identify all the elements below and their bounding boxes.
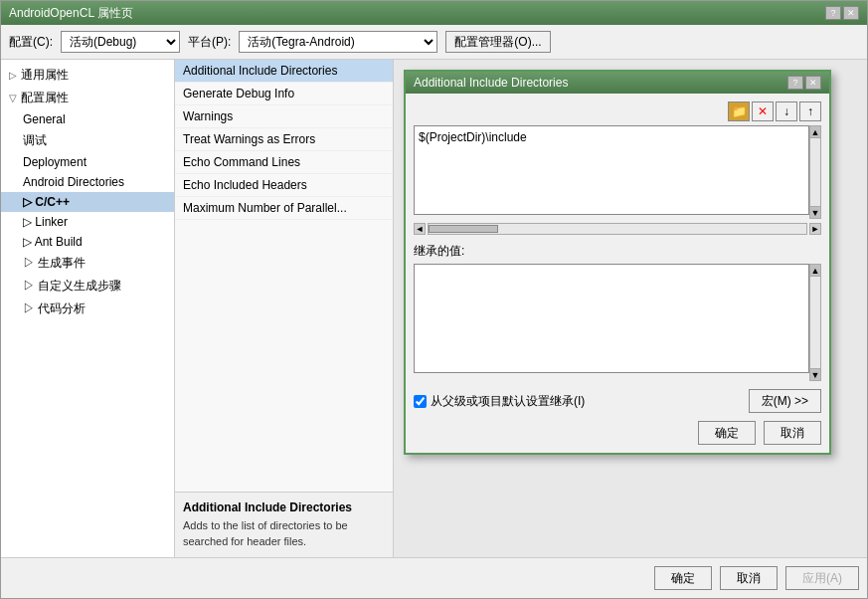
middle-item-echo-command[interactable]: Echo Command Lines	[175, 151, 393, 174]
middle-item-additional-include[interactable]: Additional Include Directories	[175, 60, 393, 83]
listbox-value: $(ProjectDir)\include	[419, 130, 527, 144]
sidebar-item-android-dirs[interactable]: Android Directories	[1, 172, 174, 192]
hscroll-thumb	[429, 225, 498, 233]
middle-item-generate-debug[interactable]: Generate Debug Info	[175, 83, 393, 105]
close-title-btn[interactable]: ✕	[843, 6, 859, 20]
sidebar-item-cpp[interactable]: ▷ C/C++	[1, 192, 174, 212]
dialog-title: Additional Include Directories	[414, 76, 568, 90]
middle-item-treat-warnings[interactable]: Treat Warnings as Errors	[175, 128, 393, 151]
expand-icon-ant: ▷	[23, 235, 35, 249]
dialog-title-btns: ? ✕	[787, 76, 821, 90]
expand-icon-cpp: ▷	[23, 195, 35, 209]
sidebar-group-config: ▽ 配置属性 General 调试 Deployment Android Dir…	[1, 87, 174, 320]
inherited-scroll-up[interactable]: ▲	[810, 265, 820, 277]
vscrollbar[interactable]: ▲ ▼	[809, 125, 821, 219]
middle-footer: Additional Include Directories Adds to t…	[175, 492, 393, 557]
window-title: AndroidOpenCL 属性页	[9, 5, 133, 22]
middle-item-echo-headers[interactable]: Echo Included Headers	[175, 174, 393, 197]
scroll-up-btn[interactable]: ▲	[810, 126, 820, 138]
listbox-container: $(ProjectDir)\include ▲ ▼	[414, 125, 821, 219]
macro-btn[interactable]: 宏(M) >>	[749, 389, 821, 413]
footer-desc: Adds to the list of directories to be se…	[183, 518, 385, 549]
sidebar-item-general-props[interactable]: ▷ 通用属性	[1, 64, 174, 87]
expand-icon-custom: ▷	[23, 279, 38, 293]
dialog-bottom-right: 确定 取消	[698, 421, 821, 445]
footer-title: Additional Include Directories	[183, 500, 385, 514]
dialog-help-btn[interactable]: ?	[787, 76, 803, 90]
checkbox-container: 从父级或项目默认设置继承(I)	[414, 393, 585, 410]
inherit-checkbox[interactable]	[414, 395, 427, 408]
listbox[interactable]: $(ProjectDir)\include	[414, 125, 809, 215]
hscrollbar-row: ◄ ►	[414, 223, 821, 235]
hscroll-left-btn[interactable]: ◄	[414, 223, 426, 235]
expand-icon-gen: ▷	[23, 256, 38, 270]
bottom-bar: 确定 取消 应用(A)	[1, 557, 867, 598]
hscrollbar[interactable]	[428, 223, 807, 235]
dialog-titlebar: Additional Include Directories ? ✕	[406, 72, 829, 94]
middle-panel: Additional Include Directories Generate …	[175, 60, 394, 557]
folder-btn[interactable]: 📁	[728, 101, 750, 121]
sidebar-item-custom-steps[interactable]: ▷ 自定义生成步骤	[1, 275, 174, 298]
inherited-row: ▲ ▼	[414, 264, 821, 381]
expand-icon-config: ▽	[9, 93, 17, 103]
dialog: Additional Include Directories ? ✕ 📁 ✕ ↓	[404, 70, 831, 455]
main-window: AndroidOpenCL 属性页 ? ✕ 配置(C): 活动(Debug) 平…	[0, 0, 868, 599]
inherited-box[interactable]	[414, 264, 809, 373]
dialog-bottom: 确定 取消	[414, 421, 821, 445]
sidebar-item-code-analysis[interactable]: ▷ 代码分析	[1, 298, 174, 320]
dialog-close-btn[interactable]: ✕	[805, 76, 821, 90]
expand-icon: ▷	[9, 70, 17, 81]
cancel-btn[interactable]: 取消	[720, 566, 778, 590]
right-panel: Additional Include Directories ? ✕ 📁 ✕ ↓	[394, 60, 867, 557]
sidebar-label-config-props: 配置属性	[21, 90, 69, 106]
sidebar-item-deployment[interactable]: Deployment	[1, 152, 174, 172]
scroll-down-btn[interactable]: ▼	[810, 206, 820, 218]
checkbox-macro-row: 从父级或项目默认设置继承(I) 宏(M) >>	[414, 389, 821, 413]
middle-item-max-parallel[interactable]: Maximum Number of Parallel...	[175, 197, 393, 220]
inherited-scroll-down[interactable]: ▼	[810, 368, 820, 380]
expand-icon-code: ▷	[23, 301, 38, 315]
platform-select[interactable]: 活动(Tegra-Android)	[239, 31, 437, 53]
dialog-ok-btn[interactable]: 确定	[698, 421, 756, 445]
sidebar-item-debug[interactable]: 调试	[1, 129, 174, 152]
title-bar: AndroidOpenCL 属性页 ? ✕	[1, 1, 867, 25]
title-bar-buttons: ? ✕	[825, 6, 859, 20]
dialog-toolbar: 📁 ✕ ↓ ↑	[414, 101, 821, 121]
inherited-vscrollbar[interactable]: ▲ ▼	[809, 264, 821, 381]
expand-icon-linker: ▷	[23, 215, 35, 229]
config-row: 配置(C): 活动(Debug) 平台(P): 活动(Tegra-Android…	[1, 25, 867, 60]
config-select[interactable]: 活动(Debug)	[61, 31, 180, 53]
up-btn[interactable]: ↑	[799, 101, 821, 121]
middle-list: Additional Include Directories Generate …	[175, 60, 393, 492]
middle-item-warnings[interactable]: Warnings	[175, 105, 393, 128]
sidebar-item-config-props[interactable]: ▽ 配置属性	[1, 87, 174, 109]
main-content: ▷ 通用属性 ▽ 配置属性 General 调试 Deployment Andr…	[1, 60, 867, 557]
platform-label: 平台(P):	[188, 34, 231, 51]
config-label: 配置(C):	[9, 34, 53, 51]
inherited-label: 继承的值:	[414, 243, 821, 260]
inherited-box-container: ▲ ▼	[414, 264, 821, 381]
delete-btn[interactable]: ✕	[752, 101, 774, 121]
dialog-cancel-btn[interactable]: 取消	[764, 421, 821, 445]
apply-btn[interactable]: 应用(A)	[785, 566, 859, 590]
dialog-overlay: Additional Include Directories ? ✕ 📁 ✕ ↓	[394, 60, 867, 557]
sidebar-item-general[interactable]: General	[1, 109, 174, 129]
sidebar: ▷ 通用属性 ▽ 配置属性 General 调试 Deployment Andr…	[1, 60, 175, 557]
checkbox-label: 从父级或项目默认设置继承(I)	[431, 393, 585, 410]
manager-btn[interactable]: 配置管理器(O)...	[445, 31, 550, 53]
sidebar-label-general-props: 通用属性	[21, 67, 69, 84]
sidebar-item-ant-build[interactable]: ▷ Ant Build	[1, 232, 174, 252]
dialog-content: 📁 ✕ ↓ ↑ $(ProjectDir)\include ▲	[406, 94, 829, 453]
ok-btn[interactable]: 确定	[654, 566, 712, 590]
hscroll-right-btn[interactable]: ►	[809, 223, 821, 235]
sidebar-item-gen-events[interactable]: ▷ 生成事件	[1, 252, 174, 275]
sidebar-item-linker[interactable]: ▷ Linker	[1, 212, 174, 232]
down-btn[interactable]: ↓	[776, 101, 797, 121]
help-title-btn[interactable]: ?	[825, 6, 841, 20]
